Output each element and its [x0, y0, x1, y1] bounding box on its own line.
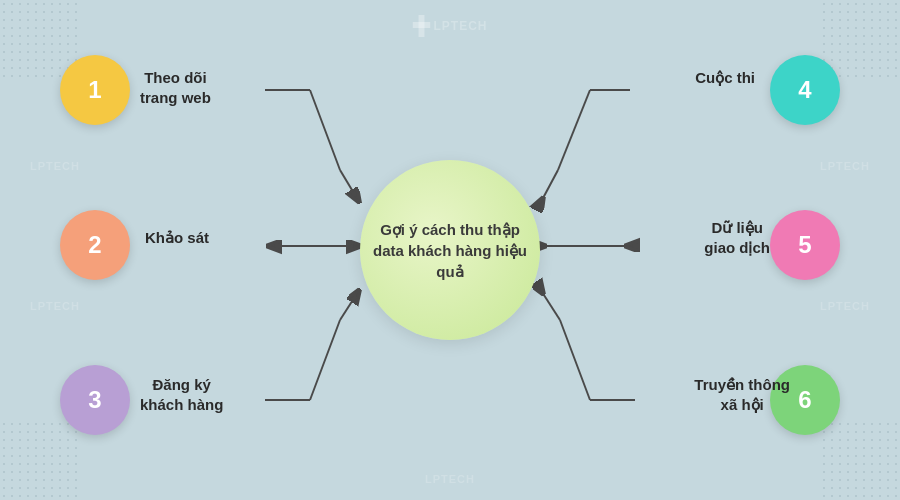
- center-text: Gợi ý cách thu thập data khách hàng hiệu…: [360, 209, 540, 292]
- label-6: Truyền thông xã hội: [694, 375, 790, 416]
- center-bubble: Gợi ý cách thu thập data khách hàng hiệu…: [360, 160, 540, 340]
- node-5: 5: [770, 210, 840, 280]
- watermark-lower-right: LPTECH: [820, 300, 870, 312]
- svg-rect-1: [413, 22, 431, 28]
- watermark-mid-left: LPTECH: [30, 160, 80, 172]
- label-2: Khảo sát: [145, 228, 209, 248]
- watermark-top: LPTECH: [413, 15, 488, 37]
- node-3: 3: [60, 365, 130, 435]
- label-5: Dữ liệu giao dịch: [704, 218, 770, 259]
- label-4: Cuộc thi: [695, 68, 755, 88]
- label-3: Đăng ký khách hàng: [140, 375, 223, 416]
- dot-pattern-bl: [0, 420, 80, 500]
- watermark-bottom: LPTECH: [425, 473, 475, 485]
- watermark-mid-right: LPTECH: [820, 160, 870, 172]
- node-2: 2: [60, 210, 130, 280]
- node-4: 4: [770, 55, 840, 125]
- node-1: 1: [60, 55, 130, 125]
- dot-pattern-br: [820, 420, 900, 500]
- watermark-lower-left: LPTECH: [30, 300, 80, 312]
- label-1: Theo dõi trang web: [140, 68, 211, 109]
